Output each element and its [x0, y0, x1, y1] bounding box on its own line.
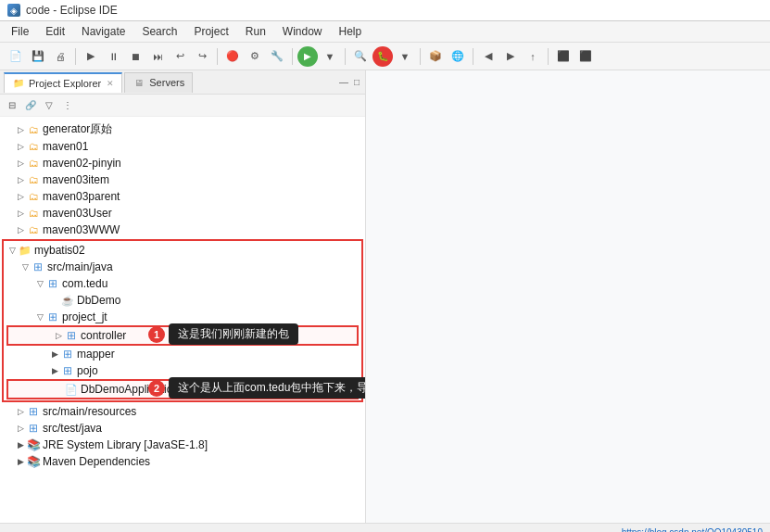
toolbar-btn-8[interactable]: 🔴: [222, 46, 243, 67]
tree-item-com-tedu[interactable]: ▽ ⊞ com.tedu: [5, 275, 360, 292]
folder-icon-maven03WWW: 🗂: [26, 222, 41, 237]
new-button[interactable]: 📄: [6, 46, 26, 67]
toggle-controller[interactable]: ▷: [53, 330, 64, 341]
toggle-src-main-resources[interactable]: ▷: [15, 406, 26, 417]
toolbar-btn-18[interactable]: ↑: [523, 46, 543, 67]
view-menu-button[interactable]: ⋮: [59, 97, 76, 114]
folder-icon-maven01: 🗂: [26, 139, 41, 154]
dbdemoapp-wrapper: ▷ 📄 DbDemoApplication.java 2 这个是从上面com.t…: [5, 379, 360, 399]
toggle-maven-deps[interactable]: ▶: [15, 456, 26, 467]
tree-item-src-main-resources[interactable]: ▷ ⊞ src/main/resources: [0, 403, 365, 420]
tree-item-maven03WWW[interactable]: ▷ 🗂 maven03WWW: [0, 222, 365, 238]
toggle-src-main-java[interactable]: ▽: [19, 261, 31, 272]
toolbar-btn-6[interactable]: ↩: [170, 46, 190, 67]
menu-search[interactable]: Search: [134, 23, 184, 40]
controller-wrapper: ▷ ⊞ controller 1 这是我们刚刚新建的包: [5, 325, 360, 346]
tab-servers[interactable]: 🖥 Servers: [124, 72, 193, 93]
tree-item-maven03item[interactable]: ▷ 🗂 maven03item: [0, 171, 365, 188]
toolbar-sep-7: [548, 48, 549, 65]
tree-item-maven03parent[interactable]: ▷ 🗂 maven03parent: [0, 188, 365, 205]
maximize-view-button[interactable]: □: [352, 76, 361, 88]
toolbar-btn-10[interactable]: 🔧: [267, 46, 287, 67]
panel-toolbar: ⊟ 🔗 ▽ ⋮: [0, 95, 365, 117]
toolbar-btn-3[interactable]: ⏸: [103, 46, 123, 67]
toggle-project-jt[interactable]: ▽: [34, 311, 45, 323]
tab-close-project-explorer[interactable]: ✕: [107, 79, 114, 88]
save-button[interactable]: 💾: [28, 46, 48, 67]
class-icon-DbDemo: ☕: [60, 293, 75, 308]
toggle-maven03User[interactable]: ▷: [15, 208, 26, 219]
toolbar-btn-2[interactable]: ▶: [81, 46, 101, 67]
run-button[interactable]: ▶: [297, 46, 318, 67]
menu-edit[interactable]: Edit: [38, 23, 72, 40]
toolbar-btn-15[interactable]: 🌐: [448, 46, 468, 67]
toggle-generator[interactable]: ▷: [15, 124, 26, 135]
collapse-all-button[interactable]: ⊟: [4, 97, 20, 114]
tree-item-DbDemo[interactable]: ▷ ☕ DbDemo: [5, 292, 360, 309]
print-button[interactable]: 🖨: [50, 46, 70, 67]
toggle-maven02[interactable]: ▷: [15, 158, 26, 169]
toolbar-btn-9[interactable]: ⚙: [245, 46, 265, 67]
toolbar-btn-16[interactable]: ◀: [478, 46, 499, 67]
tree-item-maven01[interactable]: ▷ 🗂 maven01: [0, 138, 365, 155]
tree-item-mybatis02[interactable]: ▽ 📁 mybatis02: [5, 242, 360, 259]
maven-deps-icon: 📚: [26, 454, 41, 469]
folder-icon-maven02: 🗂: [26, 156, 41, 171]
tab-servers-label: Servers: [149, 77, 184, 88]
status-url: https://blog.csdn.net/QQ10430510: [622, 527, 763, 532]
minimize-view-button[interactable]: —: [337, 76, 350, 88]
label-src-main-resources: src/main/resources: [43, 405, 136, 418]
toolbar-btn-5[interactable]: ⏭: [147, 46, 168, 67]
toggle-src-test-java[interactable]: ▷: [15, 423, 26, 434]
tree-item-src-main-java[interactable]: ▽ ⊞ src/main/java: [5, 259, 360, 275]
label-maven03User: maven03User: [43, 207, 112, 220]
menu-help[interactable]: Help: [332, 23, 370, 40]
javafile-icon-DbDemoApp: 📄: [64, 382, 79, 397]
menu-project[interactable]: Project: [186, 23, 235, 40]
tree-item-maven03User[interactable]: ▷ 🗂 maven03User: [0, 205, 365, 222]
toolbar-btn-13[interactable]: ▼: [395, 46, 415, 67]
tree-item-generator[interactable]: ▷ 🗂 generator原始: [0, 120, 365, 138]
package-icon-mapper: ⊞: [60, 347, 75, 361]
toggle-maven03item[interactable]: ▷: [15, 174, 26, 185]
left-panel: 📁 Project Explorer ✕ 🖥 Servers — □ ⊟ 🔗 ▽…: [0, 70, 366, 523]
toggle-maven03WWW[interactable]: ▷: [15, 224, 26, 235]
label-DbDemo: DbDemo: [77, 294, 120, 307]
package-icon-project-jt: ⊞: [45, 310, 60, 324]
menu-window[interactable]: Window: [275, 23, 330, 40]
toggle-mapper[interactable]: ▶: [49, 348, 60, 360]
toolbar-btn-20[interactable]: ⬛: [575, 46, 596, 67]
toolbar-btn-12[interactable]: 🔍: [350, 46, 371, 67]
toggle-maven01[interactable]: ▷: [15, 141, 26, 152]
toolbar-sep-5: [420, 48, 421, 65]
package-icon-pojo: ⊞: [60, 363, 75, 378]
toolbar-sep-3: [292, 48, 293, 65]
toolbar-btn-4[interactable]: ⏹: [125, 46, 145, 67]
toolbar-btn-19[interactable]: ⬛: [553, 46, 574, 67]
toggle-pojo[interactable]: ▶: [49, 365, 60, 376]
tree-item-maven02[interactable]: ▷ 🗂 maven02-pinyin: [0, 155, 365, 171]
tree-item-src-test-java[interactable]: ▷ ⊞ src/test/java: [0, 420, 365, 437]
filter-button[interactable]: ▽: [41, 97, 57, 114]
toggle-maven03parent[interactable]: ▷: [15, 191, 26, 202]
tab-project-explorer-label: Project Explorer: [29, 78, 101, 89]
menu-bar: File Edit Navigate Search Project Run Wi…: [0, 21, 770, 43]
toolbar-btn-7[interactable]: ↪: [192, 46, 212, 67]
menu-navigate[interactable]: Navigate: [74, 23, 133, 40]
menu-file[interactable]: File: [4, 23, 36, 40]
debug-button[interactable]: 🐛: [372, 46, 393, 67]
link-editor-button[interactable]: 🔗: [22, 97, 39, 114]
toggle-jre[interactable]: ▶: [15, 439, 26, 450]
tab-project-explorer[interactable]: 📁 Project Explorer ✕: [4, 72, 122, 93]
toolbar-btn-17[interactable]: ▶: [500, 46, 521, 67]
tree-item-jre[interactable]: ▶ 📚 JRE System Library [JavaSE-1.8]: [0, 437, 365, 453]
toggle-com-tedu[interactable]: ▽: [34, 278, 45, 289]
menu-run[interactable]: Run: [238, 23, 273, 40]
toolbar-btn-11[interactable]: ▼: [320, 46, 340, 67]
tree-item-mapper[interactable]: ▶ ⊞ mapper: [5, 346, 360, 362]
tree-item-maven-deps[interactable]: ▶ 📚 Maven Dependencies: [0, 453, 365, 470]
toggle-mybatis02[interactable]: ▽: [6, 245, 18, 256]
toolbar-btn-14[interactable]: 📦: [425, 46, 446, 67]
callout-2-number: 2: [148, 380, 165, 397]
callout-1-text: 这是我们刚刚新建的包: [169, 323, 298, 345]
